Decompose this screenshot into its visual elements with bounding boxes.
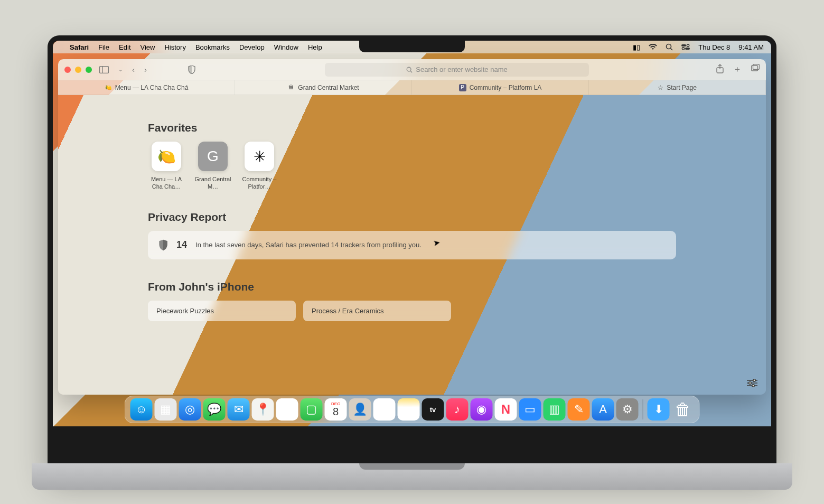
menu-edit[interactable]: Edit — [119, 43, 130, 51]
favorite-label: Menu — LA Cha Cha… — [148, 175, 185, 191]
svg-rect-12 — [753, 64, 760, 70]
menu-develop[interactable]: Develop — [239, 43, 265, 51]
svg-point-8 — [407, 67, 411, 71]
control-center-icon[interactable] — [681, 44, 690, 50]
menu-history[interactable]: History — [164, 43, 185, 51]
dock-messages[interactable]: 💬 — [203, 398, 226, 421]
dock-calendar[interactable]: DEC8 — [325, 398, 347, 421]
shield-icon[interactable] — [186, 66, 198, 74]
dock-news[interactable]: N — [495, 398, 517, 421]
menu-help[interactable]: Help — [308, 43, 322, 51]
dock-contacts[interactable]: 👤 — [349, 398, 371, 421]
favorite-tile: 🍋 — [152, 142, 181, 171]
app-menu[interactable]: Safari — [70, 43, 89, 51]
menu-file[interactable]: File — [98, 43, 109, 51]
dock-facetime[interactable]: ▢ — [301, 398, 323, 421]
new-tab-icon[interactable]: ＋ — [733, 64, 742, 75]
privacy-heading: Privacy Report — [148, 211, 676, 223]
dock-finder[interactable]: ☺ — [130, 398, 153, 421]
svg-point-0 — [667, 44, 671, 49]
address-bar[interactable]: Search or enter website name — [325, 63, 589, 77]
back-button[interactable]: ‹ — [130, 65, 137, 74]
tab-1[interactable]: 🏛 Grand Central Market — [235, 80, 412, 95]
dock-trash[interactable]: 🗑 — [672, 398, 694, 421]
minimize-button[interactable] — [75, 67, 81, 73]
menu-bookmarks[interactable]: Bookmarks — [195, 43, 230, 51]
dock-music[interactable]: ♪ — [446, 398, 469, 421]
favorite-item[interactable]: G Grand Central M… — [194, 142, 231, 191]
tracker-count: 14 — [176, 239, 187, 250]
svg-rect-4 — [685, 48, 690, 50]
menu-view[interactable]: View — [141, 43, 155, 51]
share-icon[interactable] — [716, 64, 724, 75]
favorites-heading: Favorites — [148, 122, 676, 134]
spotlight-icon[interactable] — [666, 43, 673, 51]
svg-point-18 — [752, 385, 754, 387]
dock: ☺▦◎💬✉📍❀▢DEC8👤☰ tv♪◉N▭▥✎A⚙⬇🗑 — [125, 396, 700, 423]
dock-pages[interactable]: ✎ — [568, 398, 590, 421]
wifi-icon[interactable] — [649, 44, 657, 50]
safari-toolbar: ⌄ ‹ › Search or enter website name — [58, 59, 766, 80]
handoff-label: Piecework Puzzles — [156, 307, 214, 315]
safari-window: ⌄ ‹ › Search or enter website name — [58, 59, 766, 395]
tab-overview-icon[interactable] — [751, 64, 760, 75]
tab-label: Community – Platform LA — [470, 84, 542, 91]
dock-maps[interactable]: 📍 — [252, 398, 274, 421]
tab-3[interactable]: ☆ Start Page — [589, 80, 766, 95]
dock-numbers[interactable]: ▥ — [544, 398, 566, 421]
shield-icon — [158, 239, 168, 251]
svg-rect-2 — [681, 44, 686, 46]
dock-photos[interactable]: ❀ — [276, 398, 298, 421]
star-icon: ☆ — [658, 84, 663, 91]
dock-settings[interactable]: ⚙ — [616, 398, 639, 421]
favorite-label: Community – Platfor… — [241, 175, 278, 191]
address-bar-placeholder: Search or enter website name — [416, 66, 507, 73]
dock-safari[interactable]: ◎ — [179, 398, 201, 421]
tab-favicon: 🏛 — [287, 84, 295, 91]
favorite-tile: G — [198, 142, 228, 171]
favorite-tile: ✳ — [245, 142, 274, 171]
handoff-heading: From John's iPhone — [148, 281, 676, 293]
svg-rect-11 — [752, 66, 758, 71]
close-button[interactable] — [64, 67, 71, 73]
menu-window[interactable]: Window — [274, 43, 298, 51]
tab-favicon: 🍋 — [105, 84, 112, 91]
favorite-item[interactable]: 🍋 Menu — LA Cha Cha… — [148, 142, 185, 191]
handoff-label: Process / Era Ceramics — [312, 307, 384, 315]
svg-line-1 — [671, 49, 673, 51]
dock-tv[interactable]: tv — [422, 398, 444, 421]
tab-label: Grand Central Market — [298, 84, 359, 91]
handoff-row: Piecework Puzzles Process / Era Ceramics — [148, 301, 676, 321]
svg-point-14 — [753, 379, 755, 381]
favorite-label: Grand Central M… — [194, 175, 231, 191]
chevron-down-icon[interactable]: ⌄ — [116, 67, 125, 72]
tab-2[interactable]: P Community – Platform LA — [412, 80, 589, 95]
dock-downloads[interactable]: ⬇ — [648, 398, 670, 421]
dock-reminders[interactable]: ☰ — [373, 398, 396, 421]
handoff-item[interactable]: Piecework Puzzles — [148, 301, 296, 321]
tab-bar: 🍋 Menu — LA Cha Cha Chá 🏛 Grand Central … — [58, 80, 766, 95]
start-page-settings-icon[interactable] — [747, 379, 757, 387]
battery-icon[interactable]: ▮▯ — [633, 43, 640, 51]
handoff-item[interactable]: Process / Era Ceramics — [303, 301, 451, 321]
favorite-item[interactable]: ✳ Community – Platfor… — [241, 142, 278, 191]
sidebar-toggle-icon[interactable] — [97, 66, 111, 73]
menubar-date[interactable]: Thu Dec 8 — [698, 43, 730, 51]
menubar-time[interactable]: 9:41 AM — [738, 43, 764, 51]
tab-label: Menu — LA Cha Cha Chá — [115, 84, 189, 91]
dock-launchpad[interactable]: ▦ — [155, 398, 177, 421]
window-controls — [64, 67, 92, 73]
tab-0[interactable]: 🍋 Menu — LA Cha Cha Chá — [58, 80, 235, 95]
zoom-button[interactable] — [86, 67, 92, 73]
dock-podcasts[interactable]: ◉ — [471, 398, 493, 421]
start-page: ➤ Favorites 🍋 Menu — LA Cha Cha… G Grand… — [58, 95, 766, 395]
dock-appstore[interactable]: A — [592, 398, 614, 421]
svg-rect-6 — [100, 66, 109, 73]
svg-point-3 — [687, 44, 689, 46]
tab-label: Start Page — [667, 84, 697, 91]
privacy-report-card[interactable]: 14 In the last seven days, Safari has pr… — [148, 231, 676, 259]
forward-button[interactable]: › — [142, 65, 149, 74]
dock-mail[interactable]: ✉ — [228, 398, 250, 421]
dock-notes[interactable] — [398, 398, 420, 421]
dock-keynote[interactable]: ▭ — [519, 398, 541, 421]
